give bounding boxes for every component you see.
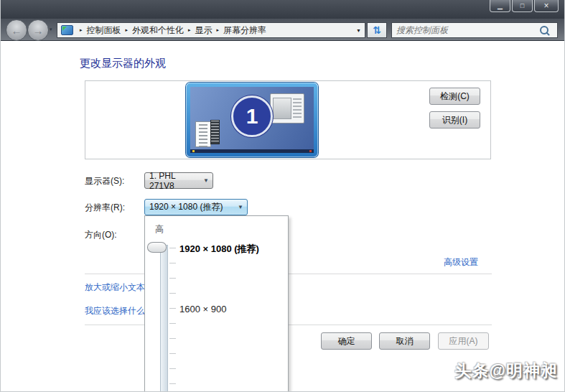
- page-title: 更改显示器的外观: [80, 57, 166, 70]
- monitor-preview-box: 1 检测(C) 识别(I): [85, 80, 491, 159]
- cancel-button[interactable]: 取消: [379, 332, 430, 350]
- apply-button[interactable]: 应用(A): [438, 332, 489, 350]
- resolution-label: 分辨率(R):: [85, 202, 125, 214]
- display-label: 显示器(S):: [85, 175, 124, 187]
- ok-button[interactable]: 确定: [321, 332, 372, 350]
- refresh-icon: ⇅: [373, 24, 381, 36]
- resolution-option[interactable]: 1600 × 900: [179, 304, 226, 314]
- monitor-number-badge: 1: [231, 95, 273, 137]
- slider-high-label: 高: [155, 223, 164, 235]
- forward-button[interactable]: →: [27, 19, 49, 41]
- resolution-combobox[interactable]: 1920 × 1080 (推荐) ▼: [144, 199, 248, 215]
- maximize-button[interactable]: □: [512, 0, 533, 12]
- monitor-program-list: [195, 121, 211, 147]
- detect-button[interactable]: 检测(C): [429, 88, 480, 105]
- orientation-label: 方向(O):: [85, 229, 117, 241]
- navigation-bar: ← → ▾ ▸ 控制面板 ▸ 外观和个性化 ▸ 显示 ▸ 屏幕分辨率 ▼ ⇅: [1, 19, 564, 41]
- resolution-option[interactable]: 1920 × 1080 (推荐): [179, 243, 259, 256]
- what-settings-link[interactable]: 我应该选择什么: [85, 305, 145, 317]
- resize-text-link[interactable]: 放大或缩小文本: [85, 281, 145, 294]
- monitor-taskbar: [190, 149, 314, 153]
- history-dropdown-button[interactable]: ▾: [50, 27, 52, 32]
- chevron-down-icon: ▼: [200, 177, 209, 184]
- identify-button[interactable]: 识别(I): [429, 111, 480, 129]
- display-combobox-value: 1. PHL 271V8: [149, 171, 200, 191]
- back-arrow-icon: ←: [11, 24, 22, 37]
- minimize-button[interactable]: ▁: [490, 0, 510, 12]
- monitor-window-lines: [293, 98, 302, 118]
- breadcrumb-separator-icon: ▸: [80, 27, 83, 33]
- resolution-combobox-value: 1920 × 1080 (推荐): [149, 201, 223, 213]
- forward-arrow-icon: →: [33, 24, 44, 37]
- breadcrumb: ▸ 控制面板 ▸ 外观和个性化 ▸ 显示 ▸ 屏幕分辨率 ▼: [57, 22, 365, 38]
- breadcrumb-separator-icon: ▸: [217, 27, 220, 33]
- screen-resolution-icon[interactable]: [61, 25, 73, 35]
- taskbar-start-dot: [192, 150, 195, 152]
- breadcrumb-item-display[interactable]: 显示: [195, 24, 213, 37]
- watermark-text: 头条@明神昶: [455, 360, 558, 382]
- content-area: 更改显示器的外观 1: [1, 41, 564, 392]
- minimize-icon: ▁: [498, 2, 503, 9]
- back-button[interactable]: ←: [6, 19, 27, 41]
- resolution-dropdown-panel: 高 1920 × 1080 (推荐) 1600 × 900: [144, 215, 289, 392]
- close-button[interactable]: ×: [534, 0, 559, 12]
- monitor-illustration[interactable]: 1: [186, 83, 318, 157]
- breadcrumb-separator-icon: ▸: [126, 27, 129, 33]
- advanced-settings-link[interactable]: 高级设置: [444, 256, 478, 269]
- breadcrumb-item-appearance[interactable]: 外观和个性化: [132, 24, 184, 37]
- breadcrumb-item-control-panel[interactable]: 控制面板: [87, 24, 121, 37]
- address-dropdown-icon[interactable]: ▼: [352, 28, 361, 33]
- slider-tick-marks-icon: [169, 248, 176, 392]
- search-icon: [540, 26, 548, 34]
- search-input[interactable]: [392, 25, 540, 35]
- monitor-screen: 1: [190, 87, 314, 153]
- refresh-button[interactable]: ⇅: [367, 22, 387, 38]
- chevron-down-icon: ▼: [234, 204, 243, 210]
- resolution-slider-thumb[interactable]: [147, 242, 167, 253]
- close-icon: ×: [543, 1, 548, 11]
- title-bar: ▁ □ ×: [1, 0, 564, 19]
- screen-resolution-window: ▁ □ × ← → ▾ ▸ 控制面板 ▸ 外观和个性化 ▸ 显示 ▸ 屏幕分辨率…: [0, 0, 565, 392]
- monitor-window-icon: [270, 93, 304, 123]
- monitor-window-pane: [273, 98, 291, 119]
- display-combobox[interactable]: 1. PHL 271V8 ▼: [144, 172, 213, 189]
- maximize-icon: □: [520, 2, 524, 9]
- monitor-program-grid: [210, 120, 220, 144]
- resolution-slider-track[interactable]: [160, 245, 168, 392]
- taskbar-clock-dot: [309, 150, 312, 152]
- monitor-program-icon: [195, 120, 220, 147]
- breadcrumb-separator-icon: ▸: [188, 27, 191, 33]
- search-box: [391, 22, 558, 38]
- breadcrumb-item-screen-resolution[interactable]: 屏幕分辨率: [223, 24, 266, 37]
